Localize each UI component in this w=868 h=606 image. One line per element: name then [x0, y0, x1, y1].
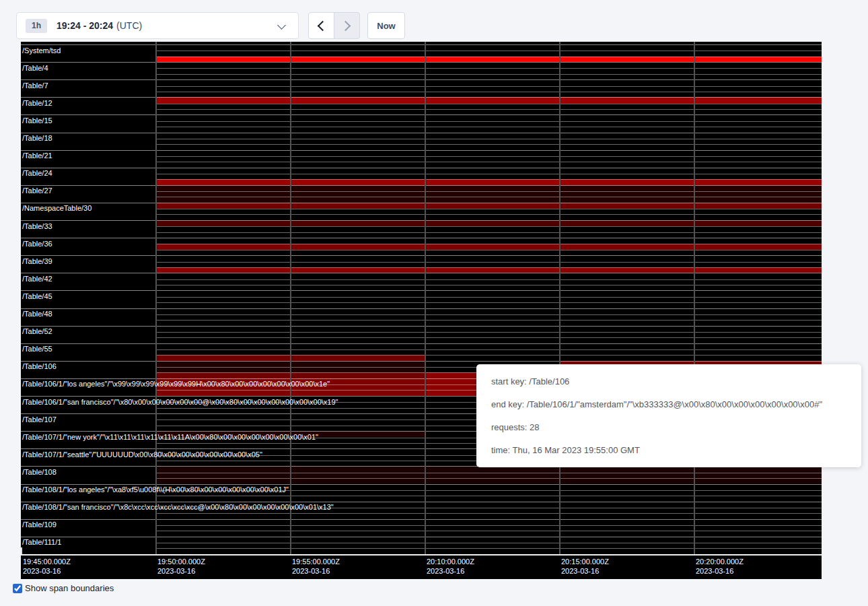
tick-time: 19:50:00.000Z	[157, 557, 205, 566]
heatmap-cell[interactable]	[155, 203, 822, 209]
span-boundary-line	[155, 279, 822, 280]
x-axis-tick-label: 19:50:00.000Z2023-03-16	[157, 557, 205, 576]
heatmap-cell[interactable]	[155, 179, 822, 185]
chevron-left-icon	[318, 20, 328, 31]
time-range-label: 19:24 - 20:24	[57, 20, 113, 31]
chevron-down-icon	[277, 21, 286, 30]
tooltip-start-key: start key: /Table/106	[491, 370, 846, 393]
span-boundary-line	[155, 127, 822, 127]
x-axis-tick	[21, 547, 22, 554]
span-boundary-line	[21, 343, 822, 344]
x-axis-line	[21, 554, 822, 556]
span-boundary-line	[21, 220, 822, 221]
heatmap-cell[interactable]	[155, 97, 822, 103]
heatmap-cell[interactable]	[155, 244, 822, 249]
span-boundary-line	[21, 290, 822, 291]
span-boundary-line	[155, 232, 822, 233]
row-label: /Table/21	[22, 152, 52, 160]
heatmap-cell[interactable]	[155, 185, 822, 203]
row-label: /Table/18	[22, 134, 52, 143]
row-label: /Table/106/1/"los angeles"/"\x99\x99\x99…	[22, 380, 330, 389]
span-boundary-line	[21, 79, 822, 80]
span-boundary-line	[155, 174, 822, 174]
span-boundary-line	[155, 197, 822, 197]
span-boundary-line	[21, 238, 822, 238]
next-window-button-disabled[interactable]	[334, 12, 360, 39]
span-boundary-line	[155, 86, 822, 87]
row-label: /Table/107/1/"seattle"/"UUUUUUD\x00\x80\…	[22, 450, 262, 459]
row-label: /Table/27	[22, 187, 52, 195]
span-boundary-line	[155, 473, 822, 473]
show-span-boundaries-checkbox[interactable]	[13, 584, 22, 593]
span-boundary-line	[155, 209, 822, 209]
span-boundary-line	[155, 144, 822, 145]
timezone-label: (UTC)	[116, 20, 142, 31]
span-boundary-line	[155, 162, 822, 162]
span-boundary-line	[155, 302, 822, 303]
tick-date: 2023-03-16	[561, 566, 609, 576]
row-label: /Table/107/1/"new york"/"\x11\x11\x11\x1…	[22, 433, 318, 442]
span-boundary-line	[155, 191, 822, 192]
span-boundary-line	[155, 244, 822, 244]
tick-date: 2023-03-16	[292, 566, 340, 576]
span-boundary-line	[155, 156, 822, 157]
span-boundary-line	[21, 185, 822, 186]
time-window-selector[interactable]: 1h 19:24 - 20:24 (UTC)	[16, 12, 299, 39]
span-boundary-line	[21, 537, 822, 537]
span-boundary-line	[21, 326, 822, 327]
tick-date: 2023-03-16	[23, 566, 71, 576]
x-axis-tick-label: 20:15:00.000Z2023-03-16	[561, 557, 609, 576]
span-boundary-line	[21, 308, 822, 309]
tick-time: 19:55:00.000Z	[292, 557, 340, 566]
tick-date: 2023-03-16	[696, 566, 744, 576]
row-label: /Table/24	[22, 169, 52, 178]
span-boundary-line	[155, 320, 822, 321]
previous-window-button[interactable]	[308, 12, 334, 39]
time-gridline	[155, 42, 157, 554]
span-boundary-line	[21, 361, 822, 362]
span-boundary-line	[155, 92, 822, 92]
row-label: /Table/55	[22, 345, 52, 354]
row-label: /Table/52	[22, 327, 52, 336]
span-boundary-line	[155, 179, 822, 180]
row-label: /Table/42	[22, 275, 52, 283]
row-label: /Table/39	[22, 257, 52, 266]
time-window-badge: 1h	[26, 19, 47, 33]
span-boundary-line	[155, 104, 822, 104]
span-boundary-line	[155, 525, 822, 526]
heatmap-cell[interactable]	[155, 57, 822, 63]
span-boundary-line	[21, 62, 822, 63]
span-boundary-line	[155, 226, 822, 227]
span-boundary-line	[155, 513, 822, 514]
row-label: /Table/36	[22, 240, 52, 248]
tick-time: 20:20:00.000Z	[696, 557, 744, 566]
span-boundary-line	[155, 267, 822, 268]
tooltip-requests: requests: 28	[491, 416, 846, 439]
show-span-boundaries-label[interactable]: Show span boundaries	[25, 583, 114, 593]
row-label: /Table/7	[22, 81, 48, 90]
key-visualizer-page: 1h 19:24 - 20:24 (UTC) Now /System/tsd/T…	[0, 0, 868, 606]
span-boundary-line	[155, 214, 822, 215]
tick-date: 2023-03-16	[157, 566, 205, 576]
span-boundary-line	[155, 74, 822, 75]
now-button[interactable]: Now	[367, 12, 405, 39]
tick-date: 2023-03-16	[427, 566, 474, 576]
heatmap-cell[interactable]	[155, 466, 822, 483]
span-boundary-line	[155, 543, 822, 543]
span-boundary-line	[21, 255, 822, 256]
span-boundary-line	[155, 314, 822, 315]
span-boundary-line	[21, 484, 822, 485]
span-boundary-line	[155, 50, 822, 51]
tooltip-time: time: Thu, 16 Mar 2023 19:55:00 GMT	[491, 439, 846, 462]
row-label: /Table/106	[22, 362, 57, 371]
span-boundary-line	[21, 114, 822, 115]
tick-time: 19:45:00.000Z	[23, 557, 71, 566]
key-visualizer-heatmap[interactable]: /System/tsd/Table/4/Table/7/Table/12/Tab…	[21, 42, 822, 579]
hover-tooltip: start key: /Table/106 end key: /Table/10…	[476, 364, 861, 467]
heatmap-cell[interactable]	[155, 220, 822, 226]
row-label: /Table/109	[22, 520, 57, 529]
tick-time: 20:10:00.000Z	[427, 557, 474, 566]
span-boundary-line	[155, 548, 822, 549]
time-gridline	[694, 42, 695, 554]
heatmap-cell[interactable]	[155, 267, 822, 273]
